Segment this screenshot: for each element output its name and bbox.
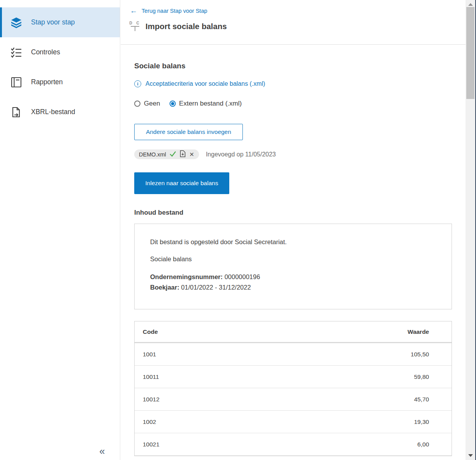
section-title: Sociale balans [134,62,466,70]
collapse-sidebar-icon[interactable]: « [99,446,105,456]
radio-extern-bestand[interactable] [170,101,176,107]
cell-code: 10011 [143,373,159,380]
page-title: Import sociale balans [145,22,227,31]
report-icon [10,76,22,88]
file-download-icon[interactable] [180,150,186,158]
radio-option-extern-bestand[interactable]: Extern bestand (.xml) [170,100,242,108]
cell-code: 1001 [143,351,156,358]
table-header-row: Code Waarde [135,321,452,343]
column-header-waarde: Waarde [408,328,429,335]
page-content: Sociale balans i Acceptatiecriteria voor… [121,45,466,456]
back-arrow-icon: ← [130,7,137,14]
sidebar-item-stap-voor-stap[interactable]: Stap voor stap [0,7,120,37]
info-icon: i [134,80,141,87]
vertical-scrollbar[interactable] [466,0,475,460]
acceptance-criteria-label: Acceptatiecriteria voor sociale balans (… [145,80,265,87]
radio-geen-label: Geen [144,100,160,108]
file-row: DEMO.xml ✕ Ingevoegd op 11/05/20 [134,149,466,159]
table-row: 10011 59,80 [135,366,452,388]
t-account-icon: D C [130,21,140,31]
close-icon[interactable]: ✕ [189,151,194,157]
cell-code: 10012 [143,396,159,403]
radio-geen[interactable] [134,101,140,107]
column-header-code: Code [143,328,158,335]
checklist-icon [10,47,22,58]
radio-extern-bestand-label: Extern bestand (.xml) [179,100,242,108]
code-value-table: Code Waarde 1001 105,50 10011 59,80 1001… [134,321,452,456]
acceptance-criteria-link[interactable]: i Acceptatiecriteria voor sociale balans… [134,80,265,87]
sidebar-item-label: Rapporten [31,78,63,86]
read-into-balance-button[interactable]: Inlezen naar sociale balans [134,172,229,194]
scroll-down-arrow-icon[interactable] [468,454,473,457]
back-link[interactable]: ← Terug naar Stap voor Stap [130,7,207,14]
radio-option-geen[interactable]: Geen [134,100,160,108]
sidebar-item-label: XBRL-bestand [31,108,75,116]
file-content-line2: Sociale balans [150,255,436,263]
cell-waarde: 45,70 [414,396,429,403]
file-content-line1: Dit bestand is opgesteld door Social Sec… [150,238,436,246]
cell-waarde: 6,00 [417,441,429,448]
table-row: 10021 6,00 [135,433,452,456]
scrollbar-thumb[interactable] [466,7,474,99]
check-icon [170,151,176,158]
scroll-up-arrow-icon[interactable] [468,3,473,6]
sidebar-item-xbrl-bestand[interactable]: XBRL-bestand [0,97,120,127]
inserted-date-text: Ingevoegd op 11/05/2023 [206,151,276,158]
file-content-heading: Inhoud bestand [134,209,466,217]
main-panel: ← Terug naar Stap voor Stap D C Import s… [121,0,466,460]
back-link-label: Terug naar Stap voor Stap [142,8,207,14]
cell-waarde: 105,50 [411,351,429,358]
table-row: 1001 105,50 [135,343,452,366]
file-export-icon [10,106,22,118]
page-header: ← Terug naar Stap voor Stap D C Import s… [121,0,466,45]
insert-other-balance-button[interactable]: Andere sociale balans invoegen [134,124,243,140]
company-number-line: Ondernemingsnummer: 0000000196 [150,272,436,282]
sidebar-item-rapporten[interactable]: Rapporten [0,67,120,97]
cell-code: 10021 [143,441,159,448]
app-window: Stap voor stap Controles Rapporten [0,0,476,460]
cell-waarde: 19,30 [414,418,429,425]
sidebar-item-label: Stap voor stap [31,18,75,26]
sidebar-item-label: Controles [31,48,60,56]
file-content-box: Dit bestand is opgesteld door Social Sec… [134,224,452,309]
cell-waarde: 59,80 [414,373,429,380]
fiscal-year-line: Boekjaar: 01/01/2022 - 31/12/2022 [150,282,436,293]
file-chip[interactable]: DEMO.xml ✕ [134,149,199,159]
layers-icon [10,17,22,28]
cell-code: 1002 [143,418,156,425]
sidebar-item-controles[interactable]: Controles [0,37,120,67]
sidebar: Stap voor stap Controles Rapporten [0,0,120,460]
table-row: 1002 19,30 [135,411,452,433]
table-row: 10012 45,70 [135,388,452,411]
source-radio-group: Geen Extern bestand (.xml) [134,100,466,108]
file-name: DEMO.xml [139,151,166,158]
